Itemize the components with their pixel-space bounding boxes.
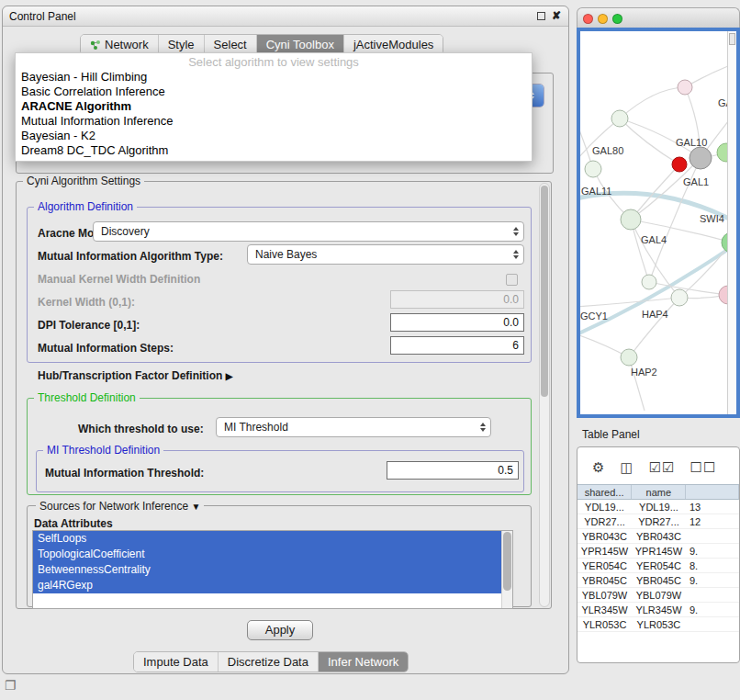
kernel-width-label: Kernel Width (0,1): xyxy=(38,296,135,309)
group-title: MI Threshold Definition xyxy=(43,444,163,457)
network-canvas[interactable]: GAL80GAL10GAL1GAL11SWI4GAL4GCY1HAP4HAP2Y… xyxy=(580,31,727,414)
close-traffic-icon[interactable] xyxy=(583,14,593,24)
algorithm-option[interactable]: ARACNE Algorithm xyxy=(16,99,532,114)
column-header[interactable]: shared... xyxy=(577,485,632,499)
table-cell: YBR045C xyxy=(632,573,686,587)
attribute-item[interactable]: TopologicalCoefficient xyxy=(33,547,501,562)
column-header[interactable] xyxy=(686,485,739,499)
network-edge[interactable] xyxy=(580,298,679,307)
table-row[interactable]: YBL079WYBL079W xyxy=(577,588,739,603)
network-edge[interactable] xyxy=(631,158,701,220)
settings-gear-icon[interactable]: ⚙ xyxy=(592,460,605,475)
kernel-width-field[interactable] xyxy=(390,290,524,309)
table-row[interactable]: YLR053CYLR053C xyxy=(577,617,739,632)
network-canvas-area[interactable]: GAL80GAL10GAL1GAL11SWI4GAL4GCY1HAP4HAP2Y… xyxy=(580,31,736,414)
tab-discretize-data[interactable]: Discretize Data xyxy=(219,652,319,672)
float-window-icon[interactable] xyxy=(537,12,545,20)
algorithm-option[interactable]: Basic Correlation Inference xyxy=(16,85,532,99)
which-threshold-label: Which threshold to use: xyxy=(78,423,204,435)
attribute-item[interactable]: SelfLoops xyxy=(33,531,501,547)
sources-text: Sources for Network Inference xyxy=(39,500,188,513)
table-toolbar: ⚙◫☑☑☐☐ xyxy=(577,447,739,484)
tab-select[interactable]: Select xyxy=(205,35,257,54)
table-cell: YLR053C xyxy=(577,617,632,631)
tab-network[interactable]: Network xyxy=(81,35,159,54)
table-row[interactable]: YDL19...YDL19...13 xyxy=(577,500,739,514)
table-cell: 8. xyxy=(686,559,739,572)
table-cell: YBR043C xyxy=(577,529,632,543)
table-row[interactable]: YBR043CYBR043C xyxy=(577,529,739,544)
network-edge[interactable] xyxy=(620,119,679,164)
network-node-3[interactable] xyxy=(717,143,727,162)
network-node-5[interactable] xyxy=(672,157,687,172)
network-node-6[interactable] xyxy=(585,161,601,177)
select-all-icon[interactable]: ☑☑ xyxy=(649,460,676,475)
network-scrollbar[interactable] xyxy=(727,31,736,414)
node-label: GAL80 xyxy=(592,145,623,156)
table-cell: 13 xyxy=(686,500,739,514)
attribute-item[interactable]: gal4RGexp xyxy=(33,578,501,593)
aracne-mode-select[interactable]: Discovery xyxy=(93,221,524,242)
manual-kernel-label: Manual Kernel Width Definition xyxy=(38,273,200,286)
algorithm-option[interactable]: Mutual Information Inference xyxy=(16,114,532,129)
minimize-traffic-icon[interactable] xyxy=(598,14,608,24)
column-visibility-icon[interactable]: ◫ xyxy=(620,460,633,475)
algorithm-option[interactable]: Bayesian - Hill Climbing xyxy=(16,70,532,85)
tab-label: Select xyxy=(214,38,247,51)
attribute-item[interactable]: BetweennessCentrality xyxy=(33,562,501,578)
hub-expander-icon[interactable]: ▶ xyxy=(226,371,233,381)
table-row[interactable]: YLR345WYLR345W9. xyxy=(577,603,739,617)
network-node-2[interactable] xyxy=(611,110,628,127)
algorithm-popup-list: Bayesian - Hill ClimbingBasic Correlatio… xyxy=(16,70,532,158)
network-node-11[interactable] xyxy=(719,286,727,304)
settings-scrollbar[interactable] xyxy=(539,183,550,607)
network-node-7[interactable] xyxy=(621,209,641,230)
sources-label[interactable]: Sources for Network Inference ▼ xyxy=(36,500,204,513)
combo-value: Naive Bayes xyxy=(255,248,317,261)
algorithm-option[interactable]: Bayesian - K2 xyxy=(16,129,532,143)
network-node-12[interactable] xyxy=(621,349,637,366)
table-cell: YDL19... xyxy=(577,500,632,514)
network-node-10[interactable] xyxy=(671,289,688,306)
mi-steps-field[interactable] xyxy=(390,336,524,355)
tab-impute-data[interactable]: Impute Data xyxy=(134,652,219,672)
table-row[interactable]: YDR27...YDR27...12 xyxy=(577,514,739,529)
table-row[interactable]: YER054CYER054C8. xyxy=(577,559,739,573)
tab-cyni-toolbox[interactable]: Cyni Toolbox xyxy=(257,35,344,54)
combo-value: MI Threshold xyxy=(224,421,288,434)
attributes-scrollbar[interactable] xyxy=(501,531,512,608)
which-threshold-select[interactable]: MI Threshold xyxy=(216,417,491,437)
network-node-9[interactable] xyxy=(642,275,656,289)
apply-button[interactable]: Apply xyxy=(247,620,313,640)
restore-panel-icon[interactable]: ❐ xyxy=(5,678,17,693)
hub-definition-label[interactable]: Hub/Transcription Factor Definition ▶ xyxy=(38,369,232,382)
table-cell: YBL079W xyxy=(577,588,632,602)
combo-arrows-icon xyxy=(513,222,519,241)
data-attributes-list: SelfLoopsTopologicalCoefficientBetweenne… xyxy=(33,531,501,608)
tab-style[interactable]: Style xyxy=(159,35,205,54)
close-icon[interactable]: ✘ xyxy=(552,10,561,21)
zoom-traffic-icon[interactable] xyxy=(612,14,622,24)
algorithm-option[interactable]: Dream8 DC_TDC Algorithm xyxy=(16,143,532,158)
mi-type-select[interactable]: Naive Bayes xyxy=(247,244,524,265)
network-window-titlebar[interactable] xyxy=(577,7,740,28)
tab-jactivemodules[interactable]: jActiveModules xyxy=(344,35,443,54)
tab-infer-network[interactable]: Infer Network xyxy=(319,652,408,672)
mi-threshold-field[interactable] xyxy=(387,461,519,480)
scrollbar-thumb[interactable] xyxy=(729,33,735,45)
tab-label: Impute Data xyxy=(143,655,208,669)
deselect-all-icon[interactable]: ☐☐ xyxy=(690,460,717,475)
column-header[interactable]: name xyxy=(632,485,686,499)
manual-kernel-checkbox[interactable] xyxy=(506,274,518,286)
network-edge[interactable] xyxy=(620,87,685,119)
network-node-1[interactable] xyxy=(678,80,692,95)
combo-arrows-icon xyxy=(513,245,519,264)
network-node-4[interactable] xyxy=(690,147,712,169)
sources-collapse-icon[interactable]: ▼ xyxy=(191,502,200,512)
scrollbar-thumb[interactable] xyxy=(541,186,548,397)
dpi-tolerance-field[interactable] xyxy=(390,313,524,332)
table-row[interactable]: YBR045CYBR045C9. xyxy=(577,573,739,588)
scrollbar-thumb[interactable] xyxy=(503,532,511,591)
table-row[interactable]: YPR145WYPR145W9. xyxy=(577,544,739,559)
control-panel-titlebar[interactable]: Control Panel ✘ xyxy=(3,6,568,27)
